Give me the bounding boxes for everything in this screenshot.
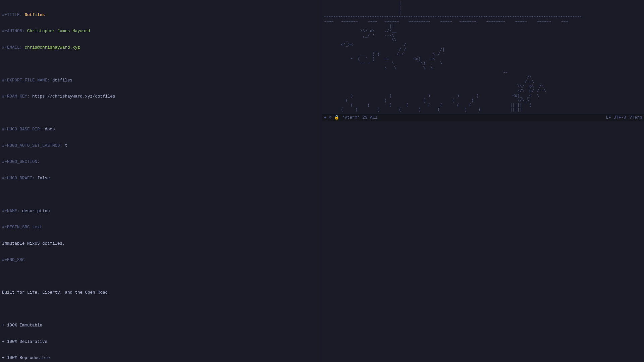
kw-email: #+EMAIL: [2, 45, 22, 50]
encoding: LF UTF-8 [606, 115, 626, 120]
vterm-buffer[interactable]: | | | ~~~~~~~~~~~~~~~~~~~~~~~~~~~~~~~~~~… [322, 0, 644, 114]
kw-author: #+AUTHOR: [2, 29, 25, 34]
kw-hugo-base: #+HUGO_BASE_DIR: [2, 127, 42, 132]
editor-pane: #+TITLE: Dotfiles #+AUTHOR: Christopher … [0, 0, 322, 362]
doc-email: chris@chrishayward.xyz [25, 45, 80, 50]
src-begin: #+BEGIN_SRC text [2, 225, 320, 230]
buffer-position: 29 All [363, 115, 378, 120]
tagline: Built for Life, Liberty, and the Open Ro… [2, 290, 320, 295]
modeline-vterm[interactable]: ● ⊘ 🔒 *vterm* 29 All LF UTF-8 VTerm [322, 114, 644, 121]
kw-title: #+TITLE: [2, 13, 22, 17]
major-mode[interactable]: VTerm [629, 115, 642, 120]
right-pane: | | | ~~~~~~~~~~~~~~~~~~~~~~~~~~~~~~~~~~… [322, 0, 644, 362]
kw-name-desc: #+NAME: [2, 209, 20, 214]
desc-body: Immutable NixOS dotfiles. [2, 241, 320, 246]
kw-roam: #+ROAM_KEY: [2, 94, 30, 99]
buffer-name[interactable]: *vterm* [342, 115, 360, 120]
kw-hugo-lastmod: #+HUGO_AUTO_SET_LASTMOD: [2, 143, 62, 148]
bullet: + 100% Declarative [2, 339, 320, 345]
kw-hugo-draft: #+HUGO_DRAFT: [2, 176, 35, 181]
kw-export: #+EXPORT_FILE_NAME: [2, 78, 50, 83]
kw-hugo-section: #+HUGO_SECTION: [2, 160, 40, 164]
editor-buffer[interactable]: #+TITLE: Dotfiles #+AUTHOR: Christopher … [0, 0, 322, 362]
doc-title: Dotfiles [25, 13, 45, 17]
doc-author: Christopher James Hayward [27, 29, 90, 34]
status-icons: ● ⊘ 🔒 [324, 115, 339, 120]
bullet: + 100% Immutable [2, 323, 320, 328]
bullet: + 100% Reproducible [2, 355, 320, 361]
src-end: #+END_SRC [2, 257, 320, 263]
